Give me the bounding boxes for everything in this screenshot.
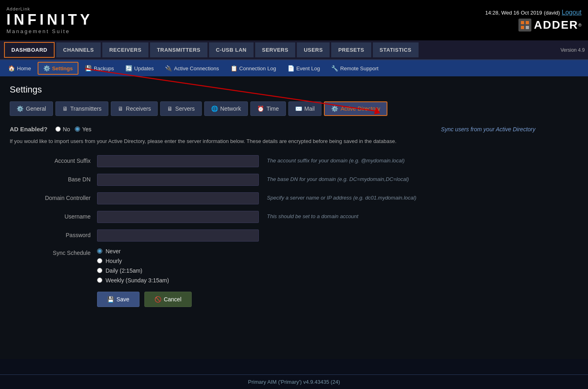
cancel-icon: 🚫 [154, 296, 161, 303]
time-tab-icon: ⏰ [257, 105, 264, 112]
radio-yes[interactable] [75, 126, 80, 132]
top-bar: AdderLink INFINITY Management Suite 14:2… [0, 0, 588, 40]
subnav-event-log-label: Event Log [296, 65, 320, 71]
tab-time[interactable]: ⏰ Time [250, 101, 286, 116]
sync-hourly-label[interactable]: Hourly [97, 258, 169, 264]
subnav-settings-label: Settings [52, 65, 73, 71]
subnav-backups[interactable]: 💾 Backups [80, 63, 119, 74]
tab-ad-label: Active Directory [341, 105, 380, 112]
ad-form-section: AD Enabled? No Yes Sync users from your … [10, 126, 535, 307]
tab-time-label: Time [267, 105, 279, 112]
sync-never-text: Never [106, 248, 121, 254]
sync-hourly-radio[interactable] [97, 258, 102, 263]
nav-receivers[interactable]: RECEIVERS [102, 42, 148, 57]
radio-no-text: No [63, 126, 70, 132]
nav-dashboard[interactable]: DASHBOARD [4, 42, 55, 58]
tab-transmitters[interactable]: 🖥 Transmitters [55, 101, 108, 116]
username-label: Username [10, 211, 91, 220]
tab-general[interactable]: ⚙️ General [10, 101, 53, 116]
base-dn-label: Base DN [10, 174, 91, 183]
subnav-remote-support-label: Remote Support [340, 65, 379, 71]
adder-reg: ® [578, 23, 582, 27]
sync-never-label[interactable]: Never [97, 248, 169, 254]
subnav-active-connections[interactable]: 🔌 Active Connections [160, 63, 224, 74]
subnav-connections-label: Active Connections [174, 65, 219, 71]
radio-yes-label[interactable]: Yes [75, 126, 91, 132]
svg-rect-0 [521, 21, 524, 24]
svg-rect-2 [521, 26, 524, 29]
sync-users-link[interactable]: Sync users from your Active Directory [441, 126, 535, 132]
radio-yes-text: Yes [82, 126, 91, 132]
sync-daily-label[interactable]: Daily (2:15am) [97, 267, 169, 274]
password-input[interactable] [97, 229, 259, 242]
save-button[interactable]: 💾 Save [97, 292, 140, 307]
nav-channels[interactable]: CHANNELS [56, 42, 101, 57]
username-input[interactable] [97, 211, 259, 223]
connections-icon: 🔌 [165, 65, 172, 71]
footer: Primary AIM ('Primary') v4.9.43435 (24) [0, 374, 588, 389]
cancel-label: Cancel [164, 296, 182, 303]
radio-no-label[interactable]: No [55, 126, 70, 132]
nav-servers[interactable]: SERVERS [255, 42, 295, 57]
nav-users[interactable]: USERS [297, 42, 330, 57]
tab-active-directory[interactable]: ⚙️ Active Directory [324, 101, 387, 116]
tab-network[interactable]: 🌐 Network [204, 101, 248, 116]
tab-transmitters-label: Transmitters [70, 105, 102, 112]
subnav-settings[interactable]: ⚙️ Settings [38, 62, 78, 75]
remote-support-icon: 🔧 [331, 65, 338, 71]
sync-daily-radio[interactable] [97, 268, 102, 273]
settings-tabs: ⚙️ General 🖥 Transmitters 🖥 Receivers 🖥 … [10, 101, 578, 116]
adder-brand: ADDER [534, 19, 578, 32]
sub-nav: 🏠 Home ⚙️ Settings 💾 Backups 🔄 Updates 🔌… [0, 60, 588, 76]
account-suffix-row: Account Suffix The account suffix for yo… [10, 155, 535, 167]
top-right: 14:28, Wed 16 Oct 2019 (david) Logout AD… [485, 9, 582, 32]
logout-link[interactable]: Logout [562, 9, 582, 16]
password-row: Password [10, 229, 535, 242]
mail-tab-icon: ✉️ [295, 105, 302, 112]
subnav-event-log[interactable]: 📄 Event Log [283, 63, 325, 74]
password-input-area [97, 229, 535, 242]
nav-cusb-lan[interactable]: C-USB LAN [209, 42, 254, 57]
account-suffix-input[interactable] [97, 155, 259, 167]
ad-enabled-row: AD Enabled? No Yes Sync users from your … [10, 126, 535, 132]
save-icon: 💾 [107, 296, 114, 303]
sync-never-radio[interactable] [97, 248, 102, 254]
network-tab-icon: 🌐 [211, 105, 218, 112]
tab-receivers-label: Receivers [126, 105, 151, 112]
ad-description: If you would like to import users from y… [10, 137, 535, 145]
subnav-home[interactable]: 🏠 Home [3, 63, 36, 74]
datetime-user: 14:28, Wed 16 Oct 2019 (david) Logout [485, 9, 582, 16]
brand-small: AdderLink [6, 6, 93, 11]
page-title: Settings [10, 84, 578, 95]
settings-icon: ⚙️ [43, 65, 50, 71]
sync-weekly-radio[interactable] [97, 278, 102, 283]
tab-mail[interactable]: ✉️ Mail [288, 101, 322, 116]
cancel-button[interactable]: 🚫 Cancel [144, 292, 192, 307]
sync-weekly-label[interactable]: Weekly (Sunday 3:15am) [97, 277, 169, 284]
subnav-connection-log[interactable]: 📋 Connection Log [226, 63, 281, 74]
transmitters-tab-icon: 🖥 [62, 105, 68, 112]
sync-schedule-label: Sync Schedule [10, 248, 91, 256]
tab-servers[interactable]: 🖥 Servers [160, 101, 201, 116]
nav-transmitters[interactable]: TRANSMITTERS [150, 42, 207, 57]
general-tab-icon: ⚙️ [17, 105, 23, 112]
subnav-remote-support[interactable]: 🔧 Remote Support [326, 63, 383, 74]
backups-icon: 💾 [85, 65, 92, 71]
servers-tab-icon: 🖥 [167, 105, 173, 112]
nav-statistics[interactable]: STATISTICS [373, 42, 419, 57]
username-hint: This should be set to a domain account [267, 211, 358, 221]
domain-controller-input[interactable] [97, 192, 259, 204]
radio-no[interactable] [55, 126, 61, 132]
subnav-connection-log-label: Connection Log [239, 65, 276, 71]
tab-receivers[interactable]: 🖥 Receivers [111, 101, 158, 116]
nav-presets[interactable]: PRESETS [331, 42, 371, 57]
datetime: 14:28, Wed 16 Oct 2019 [485, 10, 542, 16]
home-icon: 🏠 [8, 65, 15, 71]
version-badge: Version 4.9 [561, 47, 585, 53]
action-buttons: 💾 Save 🚫 Cancel [97, 292, 535, 307]
base-dn-input[interactable] [97, 174, 259, 186]
username: (david) [544, 10, 560, 16]
connection-log-icon: 📋 [231, 65, 237, 71]
footer-text: Primary AIM ('Primary') v4.9.43435 (24) [248, 379, 340, 385]
subnav-updates[interactable]: 🔄 Updates [121, 63, 159, 74]
